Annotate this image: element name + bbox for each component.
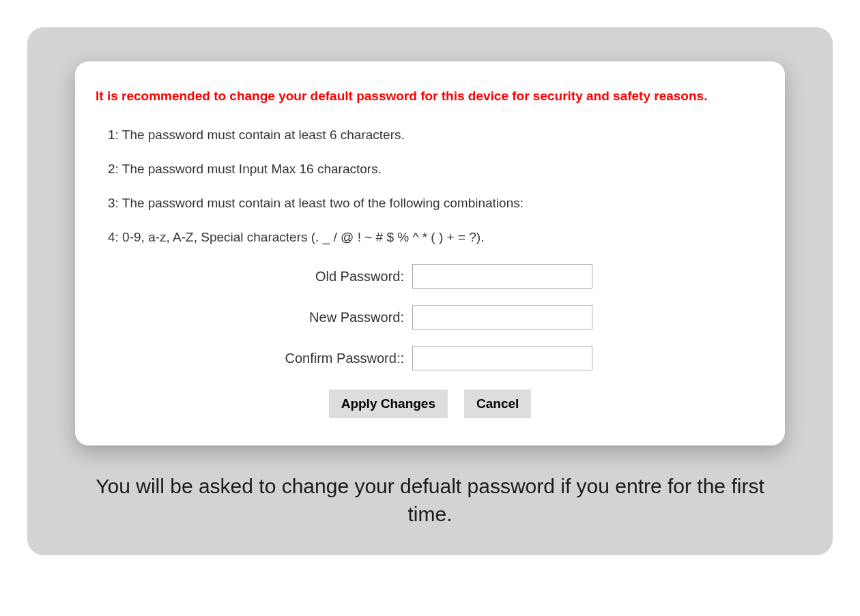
confirm-password-row: Confirm Password::: [268, 346, 592, 370]
rule-4: 4: 0-9, a-z, A-Z, Special characters (. …: [108, 230, 764, 245]
rule-2: 2: The password must Input Max 16 charac…: [108, 162, 764, 177]
caption-text: You will be asked to change your defualt…: [75, 473, 785, 528]
button-row: Apply Changes Cancel: [329, 390, 532, 418]
old-password-row: Old Password:: [268, 264, 592, 289]
cancel-button[interactable]: Cancel: [464, 390, 531, 418]
new-password-label: New Password:: [268, 310, 404, 325]
password-rules: 1: The password must contain at least 6 …: [96, 128, 764, 245]
old-password-input[interactable]: [412, 264, 592, 289]
security-warning: It is recommended to change your default…: [96, 89, 764, 104]
new-password-row: New Password:: [268, 305, 592, 329]
password-change-dialog: It is recommended to change your default…: [75, 61, 785, 445]
outer-panel: It is recommended to change your default…: [27, 27, 833, 555]
old-password-label: Old Password:: [268, 269, 404, 284]
password-form: Old Password: New Password: Confirm Pass…: [96, 264, 764, 418]
rule-3: 3: The password must contain at least tw…: [108, 196, 764, 211]
rule-1: 1: The password must contain at least 6 …: [108, 128, 764, 143]
apply-changes-button[interactable]: Apply Changes: [329, 390, 448, 418]
confirm-password-label: Confirm Password::: [268, 351, 404, 366]
confirm-password-input[interactable]: [412, 346, 592, 370]
new-password-input[interactable]: [412, 305, 592, 329]
